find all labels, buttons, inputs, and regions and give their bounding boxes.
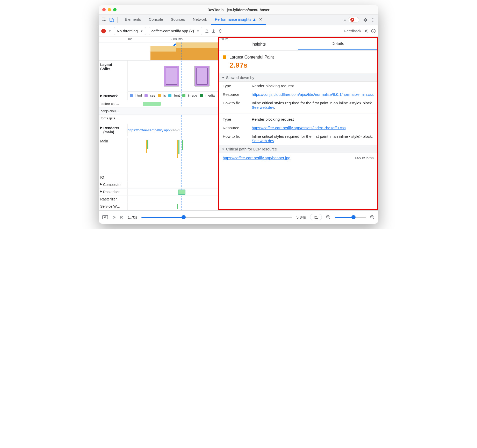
tab-details-sub[interactable]: Details bbox=[298, 38, 377, 50]
critical-path-header[interactable]: Critical path for LCP resource bbox=[219, 145, 377, 153]
svg-point-9 bbox=[105, 216, 106, 218]
layout-shift-thumbnail[interactable] bbox=[194, 66, 209, 86]
resource-link[interactable]: https://coffee-cart.netlify.app/assets/i… bbox=[252, 126, 346, 130]
task-bar[interactable] bbox=[146, 140, 147, 153]
svg-rect-8 bbox=[103, 215, 108, 219]
close-window-button[interactable] bbox=[102, 8, 106, 11]
slowed-down-header[interactable]: Slowed down by bbox=[219, 74, 377, 82]
network-row[interactable]: fonts.gsta… bbox=[99, 115, 218, 122]
thread-io[interactable]: IO bbox=[99, 174, 218, 181]
skip-back-icon[interactable] bbox=[120, 215, 124, 219]
timeline-panel: ms 2,880ms 3,200m LCP Layout Shifts bbox=[99, 37, 218, 210]
task-bar[interactable] bbox=[177, 140, 178, 158]
webdev-link[interactable]: See web.dev bbox=[252, 105, 274, 110]
task-bar[interactable] bbox=[178, 140, 179, 154]
close-tab-icon[interactable]: ✕ bbox=[259, 17, 262, 21]
network-label[interactable]: ▶Network bbox=[99, 92, 128, 100]
speed-pill[interactable]: x1 bbox=[310, 214, 322, 220]
tab-insights-sub[interactable]: Insights bbox=[219, 39, 298, 50]
legend-media-swatch bbox=[200, 94, 203, 97]
legend-font-swatch bbox=[168, 94, 171, 97]
playback-footer: 1.70s 5.34s x1 bbox=[99, 210, 378, 224]
time-end: 5.34s bbox=[296, 215, 306, 219]
insights-settings-icon[interactable] bbox=[364, 29, 368, 33]
renderer-section: ▶Renderer (main) https://coffee-cart.net… bbox=[99, 122, 218, 138]
error-icon: ✕ bbox=[350, 18, 354, 22]
insights-toolbar: ▼ No throttling▼ coffee-cart.netlify.app… bbox=[99, 25, 378, 37]
time-start: 1.70s bbox=[128, 215, 137, 219]
details-panel: Insights Details Largest Contentful Pain… bbox=[218, 37, 378, 210]
task-bar[interactable] bbox=[178, 190, 185, 195]
throttling-select[interactable]: No throttling▼ bbox=[114, 27, 146, 35]
lcp-value: 2.97s bbox=[229, 61, 374, 69]
recording-select[interactable]: coffee-cart.netlify.app (2)▼ bbox=[149, 27, 202, 35]
overview-chart[interactable] bbox=[99, 42, 218, 61]
network-rows: coffee-car… cdnjs.clou… fonts.gsta… bbox=[99, 100, 218, 122]
delete-icon[interactable] bbox=[218, 29, 222, 33]
feedback-link[interactable]: Feedback bbox=[344, 29, 361, 33]
legend-image-swatch bbox=[182, 94, 185, 97]
thread-service-worker[interactable]: Service W… bbox=[99, 203, 218, 210]
critical-path-link[interactable]: https://coffee-cart.netlify.app/banner.j… bbox=[223, 156, 290, 160]
svg-rect-2 bbox=[112, 19, 114, 22]
kebab-menu-icon[interactable] bbox=[369, 16, 377, 24]
record-menu-caret[interactable]: ▼ bbox=[109, 30, 111, 33]
device-toggle-icon[interactable] bbox=[108, 16, 116, 24]
layout-shifts-section: Layout Shifts bbox=[99, 61, 218, 92]
thread-main[interactable]: Main bbox=[99, 138, 218, 174]
layout-shifts-label: Layout Shifts bbox=[99, 61, 128, 92]
tab-network[interactable]: Network bbox=[189, 15, 211, 25]
network-section: ▶Network html css js font image media bbox=[99, 92, 218, 100]
legend-css-swatch bbox=[144, 94, 148, 97]
task-bar[interactable] bbox=[182, 140, 183, 150]
thread-compositor[interactable]: ▶Compositor bbox=[99, 181, 218, 189]
help-icon[interactable]: ? bbox=[371, 29, 376, 33]
tab-console[interactable]: Console bbox=[145, 15, 167, 25]
record-button[interactable] bbox=[101, 29, 106, 33]
titlebar: DevTools - jec.fyi/demo/menu-hover bbox=[99, 5, 378, 15]
network-row[interactable]: coffee-car… bbox=[99, 100, 218, 107]
tab-sources[interactable]: Sources bbox=[167, 15, 189, 25]
maximize-window-button[interactable] bbox=[113, 8, 117, 11]
panel-tabs: Elements Console Sources Network Perform… bbox=[121, 15, 342, 25]
tab-performance-insights[interactable]: Performance insights ▲ ✕ bbox=[211, 15, 266, 25]
error-count-badge[interactable]: ✕ 1 bbox=[348, 17, 359, 23]
legend-js-swatch bbox=[158, 94, 161, 97]
details-tabs: Insights Details bbox=[219, 38, 377, 51]
time-slider[interactable] bbox=[141, 217, 292, 218]
legend-html-swatch bbox=[130, 94, 133, 97]
zoom-in-icon[interactable] bbox=[370, 215, 375, 220]
export-icon[interactable] bbox=[205, 29, 209, 33]
webdev-link[interactable]: See web.dev bbox=[252, 139, 274, 143]
import-icon[interactable] bbox=[212, 29, 216, 33]
thread-rasterizer[interactable]: ▶Rasterizer bbox=[99, 189, 218, 196]
more-tabs-icon[interactable]: » bbox=[342, 18, 348, 22]
main-area: ms 2,880ms 3,200m LCP Layout Shifts bbox=[99, 37, 378, 210]
network-row[interactable]: cdnjs.clou… bbox=[99, 107, 218, 115]
task-bar[interactable] bbox=[147, 140, 148, 149]
svg-text:?: ? bbox=[373, 30, 374, 33]
type-value: Render blocking request bbox=[252, 84, 374, 88]
panel-tabbar: Elements Console Sources Network Perform… bbox=[99, 15, 378, 25]
inspect-icon[interactable] bbox=[100, 16, 108, 24]
thread-rasterizer-2[interactable]: Rasterizer bbox=[99, 196, 218, 203]
play-icon[interactable] bbox=[112, 215, 116, 219]
svg-point-3 bbox=[372, 18, 373, 19]
zoom-out-icon[interactable] bbox=[326, 215, 331, 220]
settings-icon[interactable] bbox=[361, 16, 369, 24]
network-legend: html css js font image media bbox=[128, 92, 218, 99]
type-value: Render blocking request bbox=[252, 117, 374, 121]
minimize-window-button[interactable] bbox=[108, 8, 111, 11]
renderer-url[interactable]: https://coffee-cart.netlify.app/?ad=1 bbox=[128, 128, 180, 132]
request-bar[interactable] bbox=[143, 102, 161, 106]
time-ruler[interactable]: ms 2,880ms 3,200m bbox=[99, 37, 218, 42]
tab-elements[interactable]: Elements bbox=[121, 15, 145, 25]
layout-shift-thumbnail[interactable] bbox=[164, 66, 179, 86]
zoom-slider[interactable] bbox=[335, 217, 366, 218]
svg-point-4 bbox=[372, 19, 373, 20]
fix-text: Inline critical styles required for the … bbox=[252, 101, 374, 110]
preview-icon[interactable] bbox=[102, 215, 108, 219]
renderer-label[interactable]: ▶Renderer (main) bbox=[99, 124, 128, 136]
task-bar[interactable] bbox=[177, 204, 178, 209]
resource-link[interactable]: https://cdnjs.cloudflare.com/ajax/libs/n… bbox=[252, 92, 374, 97]
